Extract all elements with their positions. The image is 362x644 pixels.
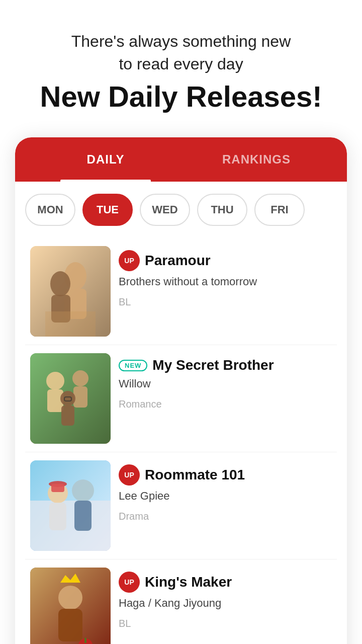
svg-point-3 bbox=[50, 271, 70, 296]
title-row: UP Roommate 101 bbox=[119, 464, 324, 486]
comic-genre-roommate-101: Drama bbox=[119, 511, 324, 522]
comic-title-kings-maker: King's Maker bbox=[145, 574, 232, 590]
list-item[interactable]: UP Paramour Brothers without a tomorrow … bbox=[25, 238, 337, 345]
title-row: UP Paramour bbox=[119, 250, 324, 271]
svg-rect-19 bbox=[49, 503, 66, 530]
title-row: NEW My Secret Brother bbox=[119, 357, 324, 373]
day-tue[interactable]: TUE bbox=[82, 194, 133, 226]
comic-genre-my-secret-brother: Romance bbox=[119, 398, 324, 410]
svg-rect-12 bbox=[61, 406, 74, 426]
list-item[interactable]: UP Roommate 101 Lee Gpiee Drama bbox=[25, 452, 337, 559]
svg-point-20 bbox=[72, 479, 94, 502]
day-fri[interactable]: FRI bbox=[254, 194, 305, 226]
comic-cover-paramour bbox=[30, 246, 111, 337]
comic-info-my-secret-brother: NEW My Secret Brother Willow Romance bbox=[111, 353, 332, 414]
svg-point-9 bbox=[72, 370, 88, 386]
header-subtitle: There's always something new to read eve… bbox=[20, 30, 342, 75]
header-title: New Daily Releases! bbox=[20, 80, 342, 113]
tabs-bar: DAILY RANKINGS bbox=[15, 137, 347, 182]
comic-info-roommate-101: UP Roommate 101 Lee Gpiee Drama bbox=[111, 460, 332, 526]
svg-rect-27 bbox=[84, 638, 86, 643]
list-item[interactable]: NEW My Secret Brother Willow Romance bbox=[25, 345, 337, 452]
comic-author-roommate-101: Lee Gpiee bbox=[119, 490, 324, 503]
tab-daily[interactable]: DAILY bbox=[30, 137, 181, 182]
page: There's always something new to read eve… bbox=[0, 0, 362, 644]
svg-point-7 bbox=[46, 372, 64, 390]
day-thu[interactable]: THU bbox=[197, 194, 247, 226]
list-item[interactable]: UP King's Maker Haga / Kang Jiyoung BL bbox=[25, 559, 337, 644]
comic-title-my-secret-brother: My Secret Brother bbox=[152, 357, 274, 373]
comic-cover-my-secret-brother bbox=[30, 353, 111, 444]
comic-cover-kings-maker bbox=[30, 568, 111, 644]
comic-genre-kings-maker: BL bbox=[119, 618, 324, 629]
comic-title-roommate-101: Roommate 101 bbox=[145, 467, 245, 483]
badge-new-my-secret-brother: NEW bbox=[119, 360, 147, 371]
comic-info-kings-maker: UP King's Maker Haga / Kang Jiyoung BL bbox=[111, 568, 332, 633]
main-card: DAILY RANKINGS MON TUE WED THU FRI bbox=[15, 137, 347, 644]
day-selector: MON TUE WED THU FRI bbox=[15, 182, 347, 238]
svg-rect-5 bbox=[45, 311, 96, 337]
day-mon[interactable]: MON bbox=[25, 194, 75, 226]
svg-rect-25 bbox=[58, 609, 82, 641]
comics-list: UP Paramour Brothers without a tomorrow … bbox=[15, 238, 347, 644]
comic-genre-paramour: BL bbox=[119, 296, 324, 308]
comic-cover-roommate-101 bbox=[30, 460, 111, 551]
comic-title-paramour: Paramour bbox=[145, 253, 211, 269]
svg-point-11 bbox=[60, 391, 75, 406]
svg-point-24 bbox=[58, 586, 82, 610]
comic-author-my-secret-brother: Willow bbox=[119, 377, 324, 390]
tab-rankings[interactable]: RANKINGS bbox=[181, 137, 332, 182]
day-wed[interactable]: WED bbox=[140, 194, 190, 226]
badge-up-kings-maker: UP bbox=[119, 572, 140, 593]
comic-author-kings-maker: Haga / Kang Jiyoung bbox=[119, 597, 324, 610]
svg-rect-10 bbox=[73, 386, 87, 408]
comic-author-paramour: Brothers without a tomorrow bbox=[119, 275, 324, 288]
svg-rect-15 bbox=[30, 501, 111, 551]
svg-rect-18 bbox=[51, 484, 64, 492]
title-row: UP King's Maker bbox=[119, 572, 324, 593]
svg-rect-21 bbox=[74, 501, 92, 531]
comic-info-paramour: UP Paramour Brothers without a tomorrow … bbox=[111, 246, 332, 312]
badge-up-roommate-101: UP bbox=[119, 464, 140, 486]
header: There's always something new to read eve… bbox=[0, 0, 362, 127]
badge-up-paramour: UP bbox=[119, 250, 140, 271]
